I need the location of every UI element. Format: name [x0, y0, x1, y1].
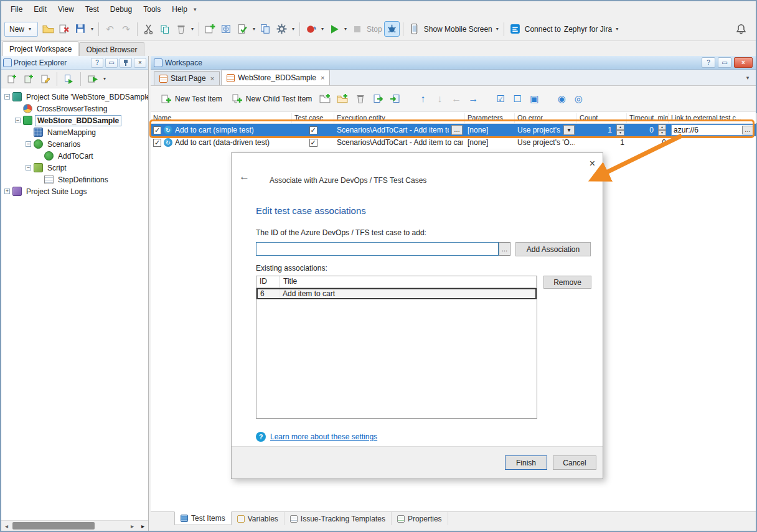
stop-button[interactable] — [349, 21, 365, 37]
plus-expander-icon[interactable]: + — [4, 189, 10, 194]
new-button[interactable]: New ▾ — [4, 22, 38, 37]
debug-button[interactable] — [384, 21, 400, 37]
run-selected-button[interactable] — [61, 71, 77, 86]
horizontal-scrollbar[interactable]: ◂ ▸ ▸ — [1, 520, 148, 531]
chevron-down-icon[interactable]: ▾ — [251, 26, 257, 32]
tree-item-project-suite-logs[interactable]: +Project Suite Logs — [1, 185, 148, 197]
run-project-button[interactable] — [85, 71, 100, 86]
chevron-down-icon[interactable]: ▾ — [89, 26, 95, 32]
cancel-button[interactable]: Cancel — [553, 455, 596, 470]
indent-button[interactable]: → — [466, 93, 481, 105]
spinner[interactable]: ▲▼ — [658, 124, 666, 136]
undo-button[interactable]: ↶ — [102, 21, 118, 37]
tree-item-crossbrowsertesting[interactable]: CrossBrowserTesting — [1, 103, 148, 114]
minus-expander-icon[interactable]: − — [26, 165, 31, 170]
copy-button[interactable] — [157, 21, 172, 37]
bottom-tab-variables[interactable]: Variables — [232, 512, 284, 525]
association-row[interactable]: 6Add item to cart — [256, 288, 537, 299]
finish-button[interactable]: Finish — [505, 455, 547, 470]
scroll-right-button[interactable]: ▸ — [127, 521, 138, 531]
auto-hide-button[interactable]: ▭ — [105, 58, 118, 68]
menu-debug[interactable]: Debug — [105, 1, 138, 17]
connect-target-label[interactable]: Zephyr for Jira — [564, 25, 612, 34]
chevron-down-icon[interactable]: ▾ — [194, 6, 197, 12]
minus-expander-icon[interactable]: − — [15, 118, 21, 123]
add-new-item-button[interactable] — [202, 21, 218, 37]
spin-down-icon[interactable]: ▼ — [616, 130, 624, 136]
add-new-item-button[interactable] — [21, 71, 36, 86]
menu-help[interactable]: Help — [166, 1, 193, 17]
tree-item-script[interactable]: −Script — [1, 162, 148, 174]
edit-item-button[interactable] — [37, 71, 53, 86]
unselect-radio-button[interactable]: ◎ — [571, 93, 586, 105]
outdent-button[interactable]: ← — [449, 93, 464, 105]
move-up-button[interactable]: ↑ — [415, 93, 430, 105]
menu-tools[interactable]: Tools — [138, 1, 166, 17]
spinner[interactable]: ▲▼ — [616, 124, 624, 136]
chevron-down-icon[interactable]: ▾ — [342, 26, 349, 32]
object-spy-button[interactable] — [258, 21, 273, 37]
chevron-down-icon[interactable]: ▾ — [319, 26, 326, 32]
select-radio-button[interactable]: ◉ — [554, 93, 569, 105]
new-child-test-item-button[interactable]: New Child Test Item — [228, 91, 316, 107]
copy-from-button[interactable] — [370, 91, 385, 106]
restore-button[interactable]: ▭ — [718, 57, 731, 68]
delete-button[interactable] — [173, 21, 189, 37]
check-item-button[interactable]: ☑ — [493, 93, 508, 105]
uncheck-item-button[interactable]: ☐ — [510, 93, 525, 105]
test-case-checkbox[interactable]: ✓ — [309, 126, 317, 134]
redo-button[interactable]: ↷ — [118, 21, 134, 37]
run-button[interactable] — [326, 21, 342, 37]
new-test-item-button[interactable]: New Test Item — [157, 91, 226, 107]
chevron-down-icon[interactable]: ▾ — [290, 26, 296, 32]
connect-to-label[interactable]: Connect to — [525, 25, 561, 34]
show-mobile-screen-label[interactable]: Show Mobile Screen — [424, 25, 492, 34]
collapse-panel-button[interactable]: ▸ — [138, 521, 148, 531]
add-group-button[interactable] — [317, 91, 333, 106]
link-cell-editor[interactable]: azur://6… — [671, 124, 755, 136]
column-header-timeout-min[interactable]: Timeout, min — [627, 113, 669, 123]
test-item-row[interactable]: ✓↻Add to cart (simple test)✓Scenarios\Ad… — [151, 124, 756, 136]
spin-up-icon[interactable]: ▲ — [616, 124, 624, 130]
scroll-left-button[interactable]: ◂ — [1, 521, 12, 531]
save-all-button[interactable] — [73, 21, 88, 37]
column-header-count[interactable]: Count — [577, 113, 627, 123]
test-case-id-input[interactable] — [256, 242, 499, 256]
cut-button[interactable] — [141, 21, 156, 37]
tree-item-stepdefinitions[interactable]: StepDefinitions — [1, 174, 148, 185]
delete-item-button[interactable] — [352, 91, 368, 106]
test-case-checkbox[interactable]: ✓ — [309, 139, 317, 147]
help-button[interactable]: ? — [91, 58, 103, 68]
tree-item-addtocart[interactable]: AddToCart — [1, 150, 148, 162]
close-panel-button[interactable]: × — [134, 58, 146, 68]
chevron-down-icon[interactable]: ▾ — [614, 26, 620, 32]
menu-file[interactable]: File — [5, 1, 28, 17]
tree-item-webstore-bddsample[interactable]: −WebStore_BDDSample — [1, 114, 148, 126]
show-mobile-screen-button[interactable] — [407, 21, 422, 37]
move-to-button[interactable] — [387, 91, 403, 106]
settings-button[interactable] — [274, 21, 289, 37]
chevron-down-icon[interactable]: ▾ — [101, 76, 108, 82]
scrollbar-thumb[interactable] — [12, 522, 95, 530]
test-item-row[interactable]: ✓↻Add to cart (data-driven test)✓Scenari… — [151, 136, 756, 149]
ellipsis-button[interactable]: … — [742, 126, 753, 134]
move-down-button[interactable]: ↓ — [432, 93, 447, 105]
back-arrow-icon[interactable]: ← — [239, 170, 250, 183]
record-button[interactable] — [303, 21, 319, 37]
add-new-project-button[interactable] — [4, 71, 19, 86]
row-checkbox[interactable]: ✓ — [153, 139, 161, 147]
spin-up-icon[interactable]: ▲ — [658, 124, 666, 130]
assoc-column-header-title[interactable]: Title — [280, 276, 537, 287]
bottom-tab-test-items[interactable]: Test Items — [174, 511, 232, 525]
menu-test[interactable]: Test — [80, 1, 105, 17]
column-header-execution-entity[interactable]: Execution entity — [334, 113, 465, 123]
panel-tab-project-workspace[interactable]: Project Workspace — [2, 41, 78, 56]
close-tab-icon[interactable]: × — [210, 75, 214, 82]
column-header-name[interactable]: Name — [151, 113, 292, 123]
add-child-group-button[interactable] — [335, 91, 350, 106]
zephyr-button[interactable] — [507, 21, 523, 37]
column-header-test-case[interactable]: Test case — [292, 113, 334, 123]
menu-view[interactable]: View — [52, 1, 80, 17]
close-tab-icon[interactable]: × — [321, 74, 324, 82]
minus-expander-icon[interactable]: − — [26, 141, 31, 147]
